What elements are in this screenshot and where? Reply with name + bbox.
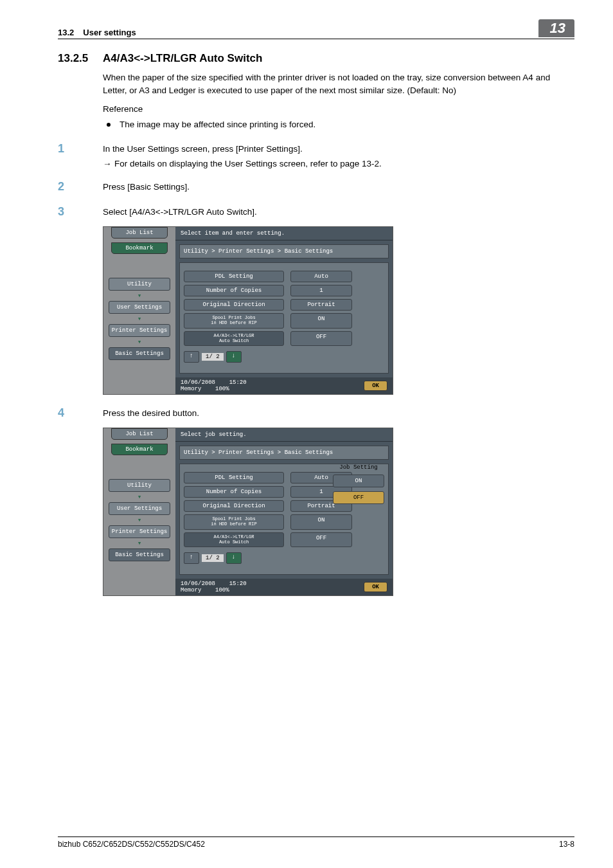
setting-copies[interactable]: Number of Copies (184, 486, 284, 498)
pager-counter: 1/ 2 (202, 554, 224, 562)
ok-button[interactable]: OK (364, 381, 387, 391)
off-button[interactable]: OFF (333, 491, 384, 504)
setting-direction[interactable]: Original Direction (184, 299, 284, 311)
pager-down-button[interactable]: ↓ (226, 351, 242, 363)
setting-pdl[interactable]: PDL Setting (184, 271, 284, 282)
nav-utility[interactable]: Utility (109, 479, 170, 492)
nav-printer-settings[interactable]: Printer Settings (109, 324, 170, 337)
setting-auto-switch-value: OFF (290, 331, 352, 346)
heading-title: A4/A3<->LTR/LGR Auto Switch (103, 52, 262, 65)
setting-auto-switch-value: OFF (290, 532, 352, 547)
setting-direction-value: Portrait (290, 299, 352, 311)
pager-up-button[interactable]: ↑ (184, 552, 199, 564)
step-1-substep: For details on displaying the User Setti… (103, 159, 574, 168)
setting-auto-switch[interactable]: A4/A3<->LTR/LGR Auto Switch (184, 532, 284, 547)
setting-copies-value: 1 (290, 285, 352, 296)
reference-bullet: The image may be affected since printing… (103, 118, 574, 131)
heading-number: 13.2.5 (58, 52, 103, 65)
setting-spool-value: ON (290, 313, 352, 328)
printer-panel-screenshot-2: Job List Bookmark Utility ▾ User Setting… (103, 428, 393, 596)
nav-utility[interactable]: Utility (109, 278, 170, 291)
breadcrumb: Utility > Printer Settings > Basic Setti… (179, 244, 389, 258)
intro-paragraph: When the paper of the size specified wit… (103, 71, 574, 96)
footer-model: bizhub C652/C652DS/C552/C552DS/C452 (58, 840, 205, 849)
step-text-1: In the User Settings screen, press [Prin… (103, 144, 303, 154)
step-text-4: Press the desired button. (103, 406, 574, 418)
nav-arrow-icon: ▾ (103, 494, 175, 500)
setting-spool[interactable]: Spool Print Jobs in HDD before RIP (184, 514, 284, 529)
bookmark-tab[interactable]: Bookmark (111, 444, 168, 455)
nav-user-settings[interactable]: User Settings (109, 502, 170, 515)
status-memory-label: Memory (181, 386, 201, 392)
status-date: 10/06/2008 (181, 581, 215, 587)
nav-arrow-icon: ▾ (103, 540, 175, 547)
status-memory-label: Memory (181, 587, 201, 593)
header-section-number: 13.2 (58, 28, 74, 37)
status-memory-pct: 100% (215, 386, 229, 392)
job-list-tab[interactable]: Job List (111, 227, 168, 239)
nav-basic-settings[interactable]: Basic Settings (109, 548, 170, 561)
nav-arrow-icon: ▾ (103, 517, 175, 523)
step-text-2: Press [Basic Settings]. (103, 180, 574, 192)
setting-auto-switch[interactable]: A4/A3<->LTR/LGR Auto Switch (184, 331, 284, 346)
setting-spool[interactable]: Spool Print Jobs in HDD before RIP (184, 313, 284, 328)
pager-up-button[interactable]: ↑ (184, 351, 199, 363)
printer-panel-screenshot-1: Job List Bookmark Utility ▾ User Setting… (103, 226, 393, 395)
panel-instruction: Select job setting. (175, 428, 393, 442)
setting-pdl[interactable]: PDL Setting (184, 472, 284, 484)
setting-direction[interactable]: Original Direction (184, 500, 284, 512)
nav-basic-settings[interactable]: Basic Settings (109, 347, 170, 360)
breadcrumb: Utility > Printer Settings > Basic Setti… (179, 446, 389, 460)
nav-arrow-icon: ▾ (103, 293, 175, 299)
pager-counter: 1/ 2 (202, 353, 224, 361)
step-number-4: 4 (58, 406, 103, 420)
panel-instruction: Select item and enter setting. (175, 227, 393, 240)
ok-button[interactable]: OK (364, 582, 387, 592)
step-number-3: 3 (58, 205, 103, 219)
setting-copies[interactable]: Number of Copies (184, 285, 284, 296)
footer-page-number: 13-8 (559, 840, 574, 849)
job-list-tab[interactable]: Job List (111, 428, 168, 440)
status-time: 15:20 (229, 581, 247, 587)
header-section-title: User settings (83, 28, 136, 37)
nav-user-settings[interactable]: User Settings (109, 301, 170, 314)
nav-arrow-icon: ▾ (103, 316, 175, 322)
step-number-1: 1 (58, 142, 103, 156)
setting-spool-value: ON (290, 514, 352, 529)
job-setting-title: Job Setting (333, 464, 384, 471)
nav-arrow-icon: ▾ (103, 339, 175, 345)
step-text-3: Select [A4/A3<->LTR/LGR Auto Switch]. (103, 205, 574, 217)
status-time: 15:20 (229, 379, 247, 386)
chapter-tab: 13 (538, 19, 574, 37)
reference-label: Reference (103, 103, 574, 116)
bookmark-tab[interactable]: Bookmark (111, 242, 168, 254)
status-memory-pct: 100% (215, 587, 229, 593)
on-button[interactable]: ON (333, 475, 384, 487)
status-date: 10/06/2008 (181, 379, 215, 386)
nav-printer-settings[interactable]: Printer Settings (109, 525, 170, 538)
pager-down-button[interactable]: ↓ (226, 552, 242, 564)
setting-pdl-value: Auto (290, 271, 352, 282)
step-number-2: 2 (58, 180, 103, 194)
